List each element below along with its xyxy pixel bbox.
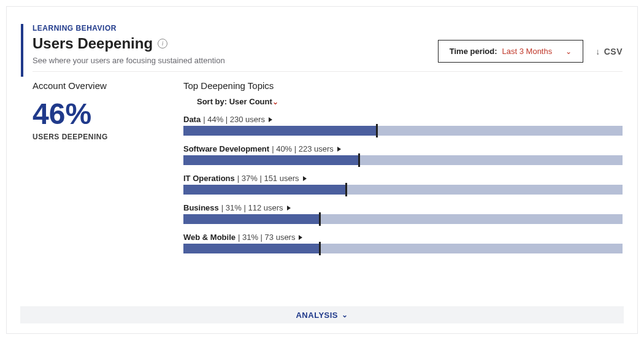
download-icon: ↓ — [596, 47, 600, 56]
topic-bar-track — [183, 155, 623, 165]
caret-right-icon — [287, 206, 291, 211]
users-deepening-percent: 46% — [33, 99, 149, 129]
topic-bar-fill — [183, 155, 359, 165]
topic-bar-track — [183, 244, 623, 253]
topics-title: Top Deepening Topics — [183, 80, 623, 91]
caret-right-icon — [299, 235, 302, 240]
sort-value: User Count — [229, 97, 272, 106]
topic-name: Business — [183, 203, 219, 212]
caret-right-icon — [337, 147, 341, 152]
sort-prefix: Sort by: — [197, 97, 229, 106]
topic-bar-fill — [183, 244, 320, 253]
accent-bar — [21, 24, 23, 77]
time-period-value: Last 3 Months — [502, 47, 553, 56]
topic-bar-track — [183, 185, 623, 195]
topic-bar-marker — [319, 242, 321, 255]
topic-bar-marker — [376, 124, 378, 137]
csv-label: CSV — [604, 47, 623, 56]
users-deepening-caption: USERS DEEPENING — [33, 133, 149, 141]
topic-name: Software Development — [183, 144, 269, 153]
kicker-label: LEARNING BEHAVIOR — [33, 24, 225, 33]
topic-bar-track — [183, 126, 623, 136]
topic-expand[interactable]: IT Operations | 37% | 151 users — [183, 174, 623, 183]
sort-by-select[interactable]: Sort by: User Count⌄ — [197, 97, 623, 106]
topic-bar-marker — [358, 153, 360, 167]
card-header: LEARNING BEHAVIOR Users Deepening i See … — [21, 24, 623, 65]
header-right: Time period: Last 3 Months ⌄ ↓ CSV — [438, 24, 623, 63]
analysis-label: ANALYSIS — [296, 311, 338, 320]
info-icon[interactable]: i — [158, 39, 167, 48]
export-csv-button[interactable]: ↓ CSV — [596, 47, 623, 56]
time-period-label: Time period: — [450, 47, 497, 56]
chevron-down-icon: ⌄ — [565, 47, 572, 56]
topic-name: IT Operations — [183, 174, 235, 183]
topic-meta: | 31% | 73 users — [238, 233, 295, 242]
topic-row: Data | 44% | 230 users — [183, 115, 623, 136]
topic-name: Data — [183, 115, 201, 124]
topics-list: Data | 44% | 230 usersSoftware Developme… — [183, 115, 623, 253]
topic-expand[interactable]: Software Development | 40% | 223 users — [183, 144, 623, 153]
analysis-toggle[interactable]: ANALYSIS ⌄ — [20, 306, 624, 323]
page-title: Users Deepening — [33, 35, 153, 52]
topic-bar-marker — [319, 212, 321, 226]
overview-title: Account Overview — [33, 80, 149, 91]
caret-right-icon — [303, 176, 307, 181]
topic-bar-fill — [183, 185, 346, 195]
top-deepening-topics: Top Deepening Topics Sort by: User Count… — [183, 80, 623, 262]
chevron-down-icon: ⌄ — [342, 311, 348, 319]
topic-bar-marker — [345, 183, 347, 196]
topic-meta: | 40% | 223 users — [272, 144, 334, 153]
topic-name: Web & Mobile — [183, 233, 236, 242]
card-body: Account Overview 46% USERS DEEPENING Top… — [21, 80, 623, 262]
divider — [33, 71, 623, 72]
topic-row: IT Operations | 37% | 151 users — [183, 174, 623, 195]
topic-expand[interactable]: Data | 44% | 230 users — [183, 115, 623, 124]
topic-bar-fill — [183, 214, 320, 224]
time-period-select[interactable]: Time period: Last 3 Months ⌄ — [438, 40, 583, 63]
topic-bar-track — [183, 214, 623, 224]
topic-meta: | 37% | 151 users — [237, 174, 299, 183]
users-deepening-card: LEARNING BEHAVIOR Users Deepening i See … — [6, 6, 638, 334]
subtitle: See where your users are focusing sustai… — [33, 56, 225, 65]
topic-meta: | 44% | 230 users — [203, 115, 265, 124]
topic-row: Software Development | 40% | 223 users — [183, 144, 623, 165]
topic-expand[interactable]: Web & Mobile | 31% | 73 users — [183, 233, 623, 242]
topic-bar-fill — [183, 126, 377, 136]
topic-meta: | 31% | 112 users — [221, 203, 283, 212]
account-overview: Account Overview 46% USERS DEEPENING — [33, 80, 149, 262]
topic-expand[interactable]: Business | 31% | 112 users — [183, 203, 623, 212]
topic-row: Business | 31% | 112 users — [183, 203, 623, 224]
chevron-down-icon: ⌄ — [272, 98, 278, 106]
header-left: LEARNING BEHAVIOR Users Deepening i See … — [33, 24, 225, 65]
topic-row: Web & Mobile | 31% | 73 users — [183, 233, 623, 253]
caret-right-icon — [269, 117, 272, 122]
title-row: Users Deepening i — [33, 35, 225, 52]
